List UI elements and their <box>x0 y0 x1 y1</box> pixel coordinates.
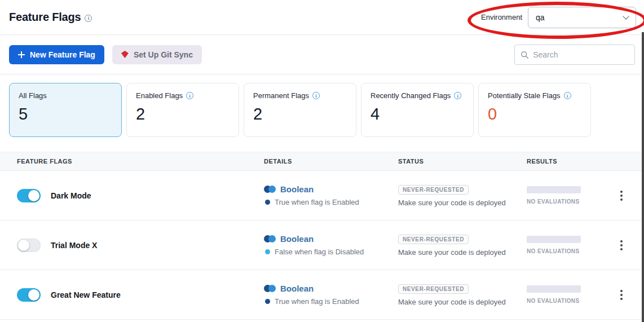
col-header-results: RESULTS <box>527 158 606 165</box>
table-header: FEATURE FLAGS DETAILS STATUS RESULTS <box>0 152 644 171</box>
rule-dot-icon <box>265 249 270 254</box>
stat-card-enabled-flags[interactable]: Enabled Flags 2 <box>126 83 239 137</box>
status-text: Make sure your code is deployed <box>398 298 527 306</box>
scrollbar[interactable] <box>642 32 644 322</box>
kebab-menu-icon[interactable] <box>618 188 625 203</box>
feature-flags-page: Feature Flags Environment qa New Feature… <box>0 0 644 322</box>
stat-card-value: 4 <box>370 105 464 123</box>
new-feature-flag-button[interactable]: New Feature Flag <box>9 45 104 64</box>
toggle-knob <box>28 190 39 201</box>
flag-type: Boolean <box>280 284 314 293</box>
stat-card-label: Enabled Flags <box>136 91 183 100</box>
info-icon[interactable] <box>564 92 571 99</box>
status-badge: NEVER-REQUESTED <box>398 235 469 244</box>
flag-name[interactable]: Great New Feature <box>51 290 121 299</box>
kebab-menu-icon[interactable] <box>618 288 625 302</box>
flag-type: Boolean <box>280 184 314 194</box>
flag-name[interactable]: Dark Mode <box>51 191 91 200</box>
results-label: NO EVALUATIONS <box>527 298 606 304</box>
stat-card-value: 2 <box>253 105 347 123</box>
flag-rule: True when flag is Enabled <box>275 198 359 206</box>
rule-dot-icon <box>265 200 270 205</box>
results-label: NO EVALUATIONS <box>527 248 606 254</box>
status-badge: NEVER-REQUESTED <box>398 284 469 294</box>
col-header-feature-flags: FEATURE FLAGS <box>17 158 264 165</box>
plus-icon <box>18 51 25 58</box>
premium-gem-icon <box>121 51 129 58</box>
flag-toggle[interactable] <box>17 239 41 252</box>
toolbar: New Feature Flag Set Up Git Sync <box>0 35 644 74</box>
stat-card-label: Potentially Stale Flags <box>488 91 561 100</box>
search-input[interactable] <box>533 50 629 59</box>
stat-card-label: Recently Changed Flags <box>370 91 451 100</box>
flag-toggle[interactable] <box>17 288 41 302</box>
stat-card-value: 0 <box>488 105 581 123</box>
col-header-details: DETAILS <box>264 158 398 165</box>
boolean-type-icon <box>264 285 276 292</box>
stat-card-recently-changed-flags[interactable]: Recently Changed Flags 4 <box>361 83 474 137</box>
info-icon[interactable] <box>85 15 92 22</box>
title-wrap: Feature Flags <box>9 11 92 24</box>
toggle-knob <box>18 240 29 251</box>
stat-card-all-flags[interactable]: All Flags 5 <box>9 83 122 137</box>
kebab-menu-icon[interactable] <box>618 238 625 253</box>
page-title: Feature Flags <box>9 11 81 24</box>
info-icon[interactable] <box>186 92 193 99</box>
results-bar <box>527 236 581 243</box>
table-row: Trial Mode X Boolean False when flag is … <box>0 220 644 270</box>
results-label: NO EVALUATIONS <box>527 199 606 205</box>
new-feature-flag-label: New Feature Flag <box>30 50 95 59</box>
environment-selected-value: qa <box>536 13 545 22</box>
rule-dot-icon <box>265 299 270 304</box>
flag-rule: False when flag is Disabled <box>275 248 364 256</box>
status-text: Make sure your code is deployed <box>398 248 527 257</box>
stat-card-permanent-flags[interactable]: Permanent Flags 2 <box>244 83 356 137</box>
environment-picker: Environment qa <box>481 7 636 28</box>
boolean-type-icon <box>264 235 276 242</box>
table-row: Great New Feature Boolean True when flag… <box>0 270 644 320</box>
boolean-type-icon <box>264 186 276 193</box>
results-bar <box>527 186 581 193</box>
setup-git-sync-button[interactable]: Set Up Git Sync <box>112 45 202 64</box>
search-box[interactable] <box>514 45 635 65</box>
chevron-down-icon <box>623 13 629 19</box>
stats-cards: All Flags 5 Enabled Flags 2 Permanent Fl… <box>0 74 644 152</box>
col-header-status: STATUS <box>398 158 527 165</box>
setup-git-sync-label: Set Up Git Sync <box>134 50 193 59</box>
search-icon <box>521 50 528 59</box>
toggle-knob <box>28 289 39 301</box>
flag-rule: True when flag is Enabled <box>275 297 359 306</box>
stat-card-label: Permanent Flags <box>253 91 309 100</box>
environment-label: Environment <box>481 13 522 21</box>
environment-select[interactable]: qa <box>528 7 636 28</box>
flag-name[interactable]: Trial Mode X <box>51 241 97 250</box>
status-badge: NEVER-REQUESTED <box>398 185 469 195</box>
stat-card-label: All Flags <box>19 91 47 100</box>
results-bar <box>527 285 581 293</box>
flag-type: Boolean <box>280 234 314 244</box>
table-row: Dark Mode Boolean True when flag is Enab… <box>0 171 644 220</box>
stat-card-value: 2 <box>136 105 230 123</box>
info-icon[interactable] <box>312 92 320 99</box>
info-icon[interactable] <box>454 92 461 99</box>
stat-card-potentially-stale-flags[interactable]: Potentially Stale Flags 0 <box>478 83 591 137</box>
status-text: Make sure your code is deployed <box>398 199 527 207</box>
stat-card-value: 5 <box>19 105 112 123</box>
flag-toggle[interactable] <box>17 189 41 202</box>
page-header: Feature Flags Environment qa <box>0 0 644 35</box>
